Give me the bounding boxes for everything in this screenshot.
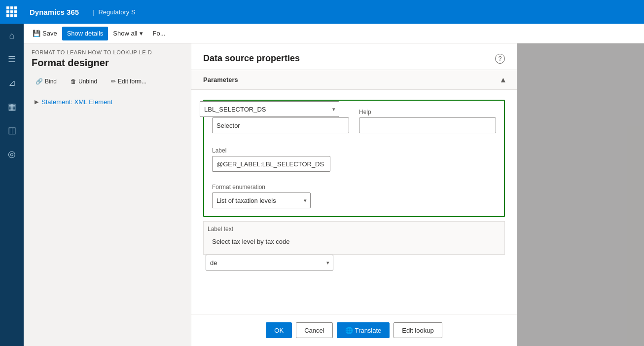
sidebar-item-table[interactable]: ▦ [0, 95, 24, 118]
help-input[interactable] [359, 117, 496, 133]
bind-button[interactable]: 🔗 Bind [32, 75, 61, 88]
format-button[interactable]: Fo... [148, 27, 171, 40]
topbar-separator: | [93, 8, 94, 16]
dialog-title: Data source properties [203, 53, 300, 64]
waffle-menu[interactable] [0, 0, 24, 24]
help-icon[interactable]: ? [495, 54, 505, 64]
unbind-button[interactable]: 🗑 Unbind [67, 75, 101, 88]
param-box: Name Help L [203, 100, 505, 217]
sidebar-item-chart[interactable]: ◫ [0, 118, 24, 142]
edit-lookup-button[interactable]: Edit lookup [394, 322, 442, 338]
main-area: Dynamics 365 | Regulatory S 💾 Save Show … [24, 0, 644, 346]
format-enum-select-wrapper: List of taxation levels ▾ [212, 192, 311, 208]
format-enum-select[interactable]: List of taxation levels [212, 192, 311, 208]
param-inner: Name Help L [212, 109, 496, 208]
dialog-overlay: Data source properties ? Parameters ▴ [191, 43, 644, 346]
home-icon: ⌂ [9, 31, 15, 41]
save-button[interactable]: 💾 Save [28, 27, 62, 40]
content-area: FORMAT TO LEARN HOW TO LOOKUP LE D Forma… [24, 43, 644, 346]
sidebar-item-filter[interactable]: ⊿ [0, 71, 24, 95]
label-id-select[interactable]: LBL_SELECTOR_DS [200, 101, 339, 117]
edit-form-button[interactable]: ✏ Edit form... [107, 75, 150, 88]
bind-icon: 🔗 [36, 78, 43, 85]
topbar-subtitle: Regulatory S [98, 8, 135, 16]
save-icon: 💾 [33, 30, 40, 37]
ok-button[interactable]: OK [266, 322, 292, 338]
show-all-button[interactable]: Show all ▾ [108, 27, 147, 40]
sidebar-item-person[interactable]: ◎ [0, 142, 24, 166]
format-enum-row: Format enumeration List of taxation leve… [212, 184, 496, 208]
unbind-icon: 🗑 [71, 78, 76, 85]
person-icon: ◎ [8, 149, 16, 159]
parameters-section-header: Parameters ▴ [191, 70, 517, 90]
label-row: Label [212, 147, 496, 172]
label-text-value: Select tax level by tax code [208, 234, 501, 250]
filter-icon: ⊿ [8, 77, 16, 88]
help-label: Help [359, 109, 496, 115]
edit-icon: ✏ [111, 78, 116, 85]
name-input[interactable] [212, 117, 349, 133]
sidebar-item-home[interactable]: ⌂ [0, 24, 24, 47]
sidebar-item-menu[interactable]: ☰ [0, 47, 24, 71]
label-text-label: Label text [208, 226, 501, 232]
format-enum-label: Format enumeration [212, 184, 496, 191]
dialog-footer: OK Cancel 🌐 Translate Edit lookup [191, 314, 517, 346]
section-collapse-icon[interactable]: ▴ [501, 75, 505, 84]
label-text-row: Label text Select tax level by tax code [203, 221, 505, 255]
sys-language-select-wrapper: de ▾ [206, 255, 333, 270]
show-details-button[interactable]: Show details [62, 27, 108, 40]
waffle-icon [6, 6, 17, 17]
dialog-header: Data source properties ? [191, 43, 517, 70]
label-id-select-wrapper: LBL_SELECTOR_DS ▾ [200, 101, 339, 117]
tree-chevron-icon: ▶ [35, 99, 38, 105]
translate-icon: 🌐 [345, 327, 353, 334]
sidebar: ⌂ ☰ ⊿ ▦ ◫ ◎ [0, 0, 24, 346]
toolbar: 💾 Save Show details Show all ▾ Fo... [24, 24, 644, 43]
table-icon: ▦ [8, 101, 16, 112]
translate-button[interactable]: 🌐 Translate [337, 322, 390, 338]
datasource-dialog: Data source properties ? Parameters ▴ [191, 43, 517, 346]
chart-icon: ◫ [8, 125, 16, 136]
left-panel: FORMAT TO LEARN HOW TO LOOKUP LE D Forma… [24, 43, 191, 346]
page-title: Format designer [32, 57, 183, 69]
menu-icon: ☰ [8, 54, 16, 65]
help-col: Help [359, 109, 496, 133]
label-input[interactable] [212, 156, 330, 172]
breadcrumb: FORMAT TO LEARN HOW TO LOOKUP LE D [32, 49, 183, 55]
sys-language-select[interactable]: de [206, 255, 333, 270]
app-title: Dynamics 365 [30, 8, 79, 16]
label-label: Label [212, 147, 496, 154]
topbar: Dynamics 365 | Regulatory S [24, 0, 644, 24]
cancel-button[interactable]: Cancel [296, 322, 332, 338]
chevron-down-icon: ▾ [140, 30, 143, 37]
tree-item-statement[interactable]: ▶ Statement: XML Element [32, 96, 183, 108]
